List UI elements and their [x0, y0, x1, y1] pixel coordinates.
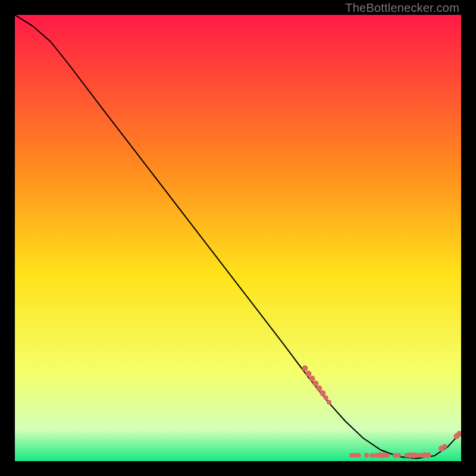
data-point — [309, 375, 315, 381]
data-point — [306, 371, 312, 377]
data-point — [396, 453, 401, 458]
data-point — [364, 453, 369, 458]
data-point — [356, 453, 361, 458]
data-point — [425, 452, 431, 458]
watermark-text: TheBottlenecker.com — [345, 1, 459, 15]
data-point — [442, 444, 447, 449]
data-point — [313, 381, 319, 387]
data-point — [320, 390, 326, 396]
chart-svg — [15, 15, 461, 461]
chart-area — [15, 15, 461, 461]
data-point — [327, 400, 331, 405]
data-point — [302, 365, 308, 371]
data-point — [369, 453, 374, 458]
data-point — [385, 453, 390, 458]
data-point — [324, 396, 328, 400]
data-point — [317, 386, 322, 392]
